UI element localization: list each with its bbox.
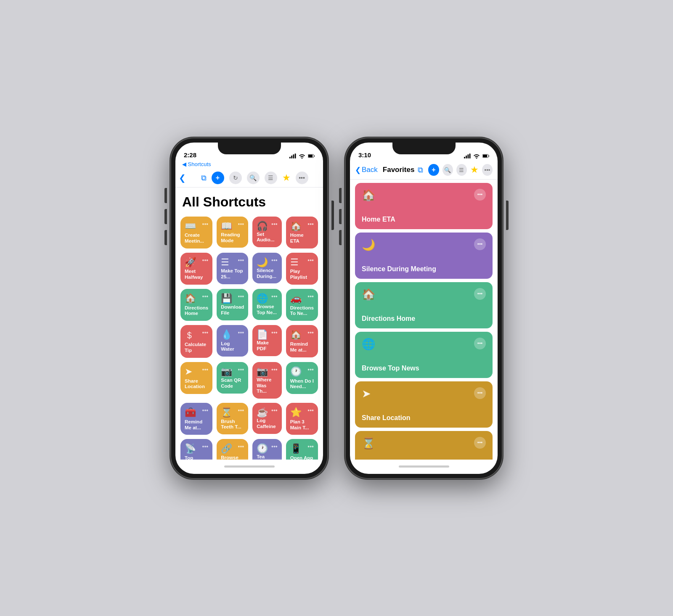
list-icon-1[interactable]: ☰ xyxy=(265,172,277,184)
shortcut-icon-reading-mode: 📖 xyxy=(221,221,232,232)
refresh-icon-1[interactable]: ↻ xyxy=(229,172,242,184)
shortcut-label-make-pdf: Make PDF xyxy=(257,340,278,352)
shortcuts-back-label[interactable]: ◀ Shortcuts xyxy=(175,161,323,169)
fav-tile-silence-during-meeting[interactable]: 🌙 ••• Silence During Meeting xyxy=(355,233,493,279)
shortcut-tile-top-stories[interactable]: 📡 ••• Top Stories... xyxy=(180,439,212,459)
phones-container: 2:28 ◀ Shortcuts ❮ ⧉ + ↻ 🔍 ☰ ★ xyxy=(170,137,503,479)
shortcut-dots-play-playlist[interactable]: ••• xyxy=(307,257,314,264)
search-icon-1[interactable]: 🔍 xyxy=(247,172,260,184)
fav-icon-directions-home: 🏠 xyxy=(362,288,375,301)
more-icon-2[interactable]: ••• xyxy=(482,164,493,176)
svg-rect-2 xyxy=(293,154,294,158)
shortcut-icon-directions-to-new: 🚗 xyxy=(290,293,302,304)
fav-label-silence-during-meeting: Silence During Meeting xyxy=(362,265,486,273)
shortcut-tile-remind-me-at2[interactable]: 🧰 ••• Remind Me at... xyxy=(180,403,212,435)
shortcut-dots-directions-to-new[interactable]: ••• xyxy=(307,293,314,300)
shortcut-tile-log-water[interactable]: 💧 ••• Log Water xyxy=(217,325,248,357)
shortcut-tile-open-app-on[interactable]: 📱 ••• Open App on... xyxy=(286,439,318,459)
shortcut-dots-reading-mode[interactable]: ••• xyxy=(238,221,244,227)
shortcut-dots-share-location[interactable]: ••• xyxy=(202,366,209,373)
shortcut-dots-make-top25[interactable]: ••• xyxy=(238,257,244,264)
page-title-1: All Shortcuts xyxy=(182,194,316,210)
shortcut-icon-log-water: 💧 xyxy=(221,329,232,340)
star-icon-2[interactable]: ★ xyxy=(470,164,479,175)
fav-tile-directions-home[interactable]: 🏠 ••• Directions Home xyxy=(355,282,493,328)
shortcut-label-reading-mode: Reading Mode xyxy=(221,232,244,244)
layers-icon-1[interactable]: ⧉ xyxy=(201,174,207,182)
shortcut-tile-log-caffeine[interactable]: ☕ ••• Log Caffeine xyxy=(252,403,282,434)
shortcut-tile-make-top25[interactable]: ☰ ••• Make Top 25... xyxy=(217,253,248,284)
nav-back-btn-2[interactable]: ❮ Back xyxy=(355,166,378,174)
shortcut-tile-tea-timer[interactable]: 🕐 ••• Tea Timer xyxy=(252,439,282,459)
shortcut-dots-create-meeting[interactable]: ••• xyxy=(202,221,209,227)
shortcut-icon-log-caffeine: ☕ xyxy=(257,407,268,418)
shortcut-dots-browse-top-news[interactable]: ••• xyxy=(271,293,278,300)
fav-dots-brush-teeth-timer[interactable]: ••• xyxy=(474,437,486,449)
shortcut-dots-log-caffeine[interactable]: ••• xyxy=(271,407,278,414)
shortcut-tile-directions-home[interactable]: 🏠 ••• Directions Home xyxy=(180,289,212,321)
nav-back-btn-1[interactable]: ❮ xyxy=(179,173,186,183)
shortcut-dots-download-file[interactable]: ••• xyxy=(238,293,244,300)
shortcut-label-set-audio: Set Audio... xyxy=(257,232,278,243)
shortcut-tile-plan-3-main[interactable]: ⭐ ••• Plan 3 Main T... xyxy=(286,403,318,435)
shortcut-dots-home-eta[interactable]: ••• xyxy=(307,221,314,227)
shortcut-dots-when-do-i[interactable]: ••• xyxy=(307,366,314,373)
star-icon-1[interactable]: ★ xyxy=(282,172,291,183)
shortcut-tile-create-meeting[interactable]: ⌨️ ••• Create Meetin... xyxy=(180,217,212,249)
fav-dots-directions-home[interactable]: ••• xyxy=(474,288,486,300)
shortcut-label-scan-qr: Scan QR Code xyxy=(221,378,244,389)
shortcut-tile-meet-halfway[interactable]: 🚀 ••• Meet Halfway xyxy=(180,253,212,285)
shortcut-tile-silence-during[interactable]: 🌙 ••• Silence During... xyxy=(252,253,282,284)
fav-tile-share-location[interactable]: ➤ ••• Share Location xyxy=(355,381,493,428)
shortcut-tile-set-audio[interactable]: 🎧 ••• Set Audio... xyxy=(252,217,282,248)
fav-dots-browse-top-news[interactable]: ••• xyxy=(474,338,486,349)
search-icon-2[interactable]: 🔍 xyxy=(442,164,453,176)
shortcut-tile-remind-me-at[interactable]: 🏠 ••• Remind Me at... xyxy=(286,325,318,357)
shortcut-tile-make-pdf[interactable]: 📄 ••• Make PDF xyxy=(252,325,282,356)
shortcut-tile-reading-mode[interactable]: 📖 ••• Reading Mode xyxy=(217,217,248,248)
shortcut-dots-silence-during[interactable]: ••• xyxy=(271,257,278,264)
shortcut-dots-meet-halfway[interactable]: ••• xyxy=(202,257,209,264)
shortcut-dots-where-was-th[interactable]: ••• xyxy=(271,366,278,373)
fav-tile-browse-top-news[interactable]: 🌐 ••• Browse Top News xyxy=(355,332,493,378)
add-icon-1[interactable]: + xyxy=(212,172,224,184)
svg-rect-0 xyxy=(289,156,291,158)
shortcut-dots-remind-me-at[interactable]: ••• xyxy=(307,329,314,336)
shortcut-dots-plan-3-main[interactable]: ••• xyxy=(307,407,314,414)
add-icon-2[interactable]: + xyxy=(428,164,439,176)
shortcut-dots-open-app-on[interactable]: ••• xyxy=(307,443,314,450)
shortcut-tile-home-eta[interactable]: 🏠 ••• Home ETA xyxy=(286,217,318,249)
shortcut-tile-browse-favorite[interactable]: 🔗 ••• Browse Favorit... xyxy=(217,439,248,459)
shortcut-dots-make-pdf[interactable]: ••• xyxy=(271,329,278,336)
shortcut-dots-calculate-tip[interactable]: ••• xyxy=(202,329,209,336)
shortcut-dots-tea-timer[interactable]: ••• xyxy=(271,443,278,450)
shortcut-tile-share-location[interactable]: ➤ ••• Share Location xyxy=(180,362,212,394)
shortcut-tile-browse-top-news[interactable]: 🌐 ••• Browse Top Ne... xyxy=(252,289,282,320)
list-icon-2[interactable]: ☰ xyxy=(456,164,467,176)
shortcut-dots-brush-teeth[interactable]: ••• xyxy=(238,407,244,414)
shortcut-icon-browse-favorite: 🔗 xyxy=(221,443,232,454)
shortcut-icon-remind-me-at2: 🧰 xyxy=(185,407,196,418)
fav-tile-brush-teeth-timer[interactable]: ⌛ ••• Brush Teeth Timer xyxy=(355,431,493,460)
shortcut-dots-set-audio[interactable]: ••• xyxy=(271,221,278,227)
fav-dots-silence-during-meeting[interactable]: ••• xyxy=(474,238,486,250)
shortcut-tile-download-file[interactable]: 💾 ••• Download File xyxy=(217,289,248,320)
shortcut-tile-brush-teeth[interactable]: ⌛ ••• Brush Teeth T... xyxy=(217,403,248,434)
shortcut-dots-browse-favorite[interactable]: ••• xyxy=(238,443,244,450)
shortcut-tile-when-do-i[interactable]: 🕐 ••• When Do I Need... xyxy=(286,362,318,394)
shortcut-dots-scan-qr[interactable]: ••• xyxy=(238,366,244,373)
fav-tile-home-eta[interactable]: 🏠 ••• Home ETA xyxy=(355,183,493,229)
layers-icon-2[interactable]: ⧉ xyxy=(418,166,423,174)
fav-dots-home-eta[interactable]: ••• xyxy=(474,189,486,201)
shortcut-tile-directions-to-new[interactable]: 🚗 ••• Directions To Ne... xyxy=(286,289,318,321)
shortcut-dots-log-water[interactable]: ••• xyxy=(238,329,244,336)
shortcut-dots-top-stories[interactable]: ••• xyxy=(202,443,209,450)
shortcut-dots-directions-home[interactable]: ••• xyxy=(202,293,209,300)
shortcut-tile-where-was-th[interactable]: 📷 ••• Where Was Th... xyxy=(252,362,282,399)
more-icon-1[interactable]: ••• xyxy=(296,172,308,184)
fav-dots-share-location[interactable]: ••• xyxy=(474,387,486,399)
shortcut-tile-scan-qr[interactable]: 📷 ••• Scan QR Code xyxy=(217,362,248,394)
shortcut-dots-remind-me-at2[interactable]: ••• xyxy=(202,407,209,414)
shortcut-tile-play-playlist[interactable]: ☰ ••• Play Playlist xyxy=(286,253,318,285)
shortcut-tile-calculate-tip[interactable]: ＄ ••• Calculate Tip xyxy=(180,325,212,358)
